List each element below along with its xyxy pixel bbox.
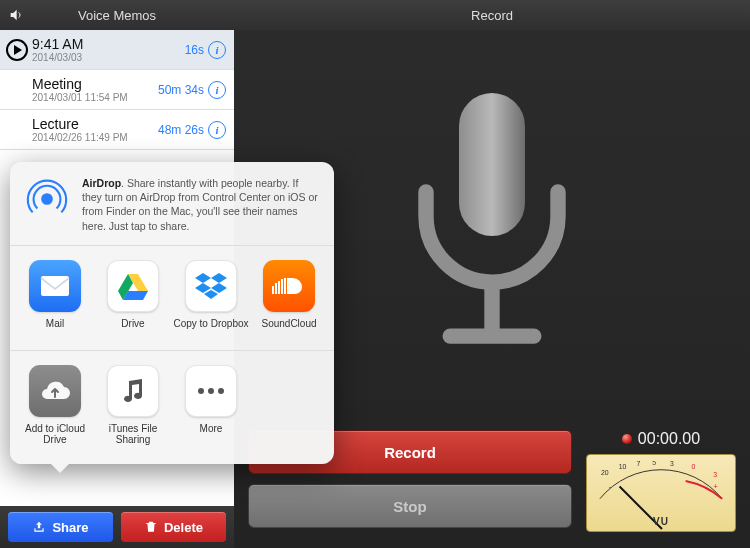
svg-text:3: 3 [713, 471, 717, 478]
info-icon[interactable]: i [208, 81, 226, 99]
memo-title: 9:41 AM [32, 36, 185, 52]
app-label: SoundCloud [261, 318, 316, 340]
svg-rect-1 [484, 282, 499, 333]
share-app-drive[interactable]: Drive [94, 260, 172, 340]
airdrop-icon [24, 176, 70, 233]
left-navbar: Voice Memos [0, 0, 234, 30]
activity-label: More [200, 423, 223, 445]
memo-item[interactable]: Lecture 2014/02/26 11:49 PM 48m 26s i [0, 110, 234, 150]
memo-title: Meeting [32, 76, 158, 92]
meter-column: 00:00.00 20107 53 03 - [586, 430, 736, 534]
music-note-icon [107, 365, 159, 417]
svg-rect-25 [281, 279, 283, 294]
stop-button[interactable]: Stop [248, 484, 572, 528]
soundcloud-icon [263, 260, 315, 312]
svg-point-28 [208, 388, 214, 394]
more-icon [185, 365, 237, 417]
svg-rect-13 [41, 276, 69, 296]
memo-duration: 16s [185, 43, 204, 57]
share-activities-row: Add to iCloud Drive iTunes File Sharing … [10, 351, 334, 456]
svg-rect-2 [443, 328, 542, 343]
svg-text:+: + [713, 482, 718, 491]
app-label: Drive [121, 318, 144, 340]
svg-rect-24 [278, 281, 280, 294]
delete-button[interactable]: Delete [121, 512, 226, 542]
bottom-toolbar: Share Delete [0, 506, 234, 548]
svg-marker-18 [211, 273, 227, 283]
activity-icloud-drive[interactable]: Add to iCloud Drive [16, 365, 94, 446]
recording-indicator-icon [622, 434, 632, 444]
svg-text:3: 3 [670, 461, 674, 467]
vu-label: VU [587, 516, 735, 527]
right-navbar: Record [234, 0, 750, 30]
memo-item[interactable]: Meeting 2014/03/01 11:54 PM 50m 34s i [0, 70, 234, 110]
memo-duration: 50m 34s [158, 83, 204, 97]
svg-text:5: 5 [652, 461, 656, 466]
memo-texts: Lecture 2014/02/26 11:49 PM [32, 116, 158, 143]
right-title: Record [471, 8, 513, 23]
left-title: Voice Memos [78, 8, 156, 23]
timer-text: 00:00.00 [638, 430, 700, 448]
share-apps-row: Mail Drive Copy to Dropbox SoundCloud [10, 246, 334, 351]
app-label: Copy to Dropbox [173, 318, 248, 340]
svg-rect-23 [275, 283, 277, 294]
share-app-dropbox[interactable]: Copy to Dropbox [172, 260, 250, 340]
share-app-soundcloud[interactable]: SoundCloud [250, 260, 328, 340]
svg-marker-21 [204, 290, 218, 299]
airdrop-text: AirDrop. Share instantly with people nea… [82, 176, 320, 233]
memo-texts: 9:41 AM 2014/03/03 [32, 36, 185, 63]
activity-label: iTunes File Sharing [94, 423, 172, 446]
memo-subtitle: 2014/03/03 [32, 52, 185, 63]
svg-rect-0 [459, 93, 525, 236]
memo-subtitle: 2014/02/26 11:49 PM [32, 132, 158, 143]
svg-point-12 [42, 194, 52, 204]
svg-point-29 [218, 388, 224, 394]
icloud-upload-icon [29, 365, 81, 417]
delete-button-label: Delete [164, 520, 203, 535]
timer: 00:00.00 [622, 430, 700, 448]
memo-duration: 48m 26s [158, 123, 204, 137]
svg-text:-: - [609, 482, 612, 491]
memo-item[interactable]: 9:41 AM 2014/03/03 16s i [0, 30, 234, 70]
share-button[interactable]: Share [8, 512, 113, 542]
svg-text:20: 20 [601, 469, 609, 476]
svg-text:0: 0 [692, 463, 696, 470]
info-icon[interactable]: i [208, 121, 226, 139]
info-icon[interactable]: i [208, 41, 226, 59]
vu-scale: 20107 53 03 - + [595, 461, 727, 503]
vu-meter: 20107 53 03 - + VU [586, 454, 736, 532]
app-label: Mail [46, 318, 64, 340]
airdrop-row[interactable]: AirDrop. Share instantly with people nea… [10, 162, 334, 246]
svg-rect-26 [284, 278, 286, 294]
activity-itunes-file-sharing[interactable]: iTunes File Sharing [94, 365, 172, 446]
drive-icon [107, 260, 159, 312]
activity-label: Add to iCloud Drive [16, 423, 94, 446]
svg-text:10: 10 [619, 463, 627, 470]
mail-icon [29, 260, 81, 312]
memo-title: Lecture [32, 116, 158, 132]
share-sheet: AirDrop. Share instantly with people nea… [10, 162, 334, 464]
memo-subtitle: 2014/03/01 11:54 PM [32, 92, 158, 103]
dropbox-icon [185, 260, 237, 312]
activity-more[interactable]: More [172, 365, 250, 446]
svg-rect-22 [272, 286, 274, 294]
play-icon[interactable] [6, 39, 28, 61]
svg-marker-17 [195, 273, 211, 283]
share-app-mail[interactable]: Mail [16, 260, 94, 340]
svg-point-27 [198, 388, 204, 394]
svg-text:7: 7 [636, 461, 640, 467]
share-button-label: Share [52, 520, 88, 535]
speaker-icon[interactable] [8, 7, 24, 26]
memo-texts: Meeting 2014/03/01 11:54 PM [32, 76, 158, 103]
